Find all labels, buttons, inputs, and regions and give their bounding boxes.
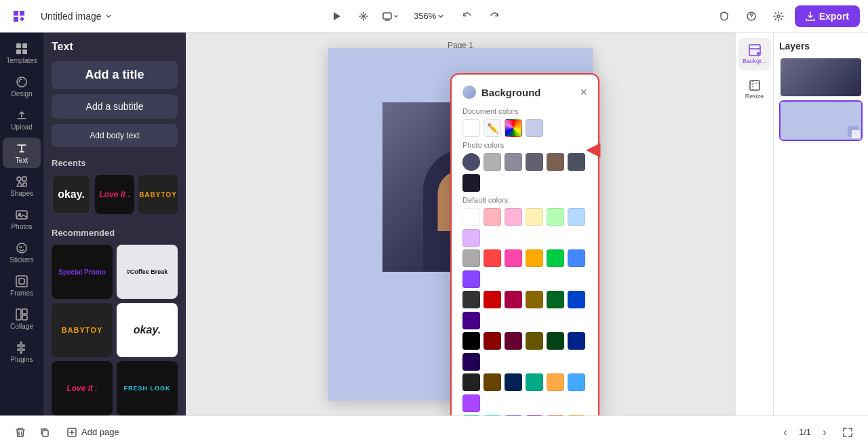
rec-item-coffee[interactable]: #Coffee Break [117,245,178,299]
dc-pink-pale[interactable] [505,208,522,226]
canvas-area[interactable]: Page 1 Background × Document colors ✏️ [186,33,735,415]
dc-dark-red[interactable] [484,291,501,308]
sidebar-item-collage[interactable]: Collage [3,304,41,334]
dc-peach[interactable] [547,373,564,391]
dc-hotpink[interactable] [505,249,522,267]
dc-pink-light[interactable] [484,208,501,226]
photo-color-3[interactable] [505,153,522,171]
dc-purple[interactable] [462,270,480,288]
undo-button[interactable] [456,5,478,27]
prev-page-button[interactable]: ‹ [776,423,795,442]
resize-panel-button[interactable]: Resize [738,73,771,106]
grad-mint[interactable] [484,415,501,415]
dc-yellow-pale[interactable] [526,208,543,226]
add-body-button[interactable]: Add body text [52,124,178,147]
copy-page-button[interactable] [35,423,54,442]
popup-close-button[interactable]: × [580,86,587,98]
dc-forest[interactable] [547,332,564,350]
dc-black[interactable] [462,332,480,350]
color-light-blue[interactable] [526,119,543,137]
add-title-button[interactable]: Add a title [52,61,178,89]
dc-blue-pale[interactable] [568,208,585,226]
export-button[interactable]: Export [795,5,860,27]
dc-purple-pale[interactable] [462,229,480,247]
dc-dark-green[interactable] [547,291,564,308]
sidebar-item-shapes[interactable]: Shapes [3,171,41,201]
grad-red-orange[interactable] [547,415,564,415]
delete-page-button[interactable] [11,423,30,442]
settings-button[interactable] [768,5,789,27]
grad-blue-purple[interactable] [505,415,522,415]
bg-color-preview [462,85,476,99]
fullscreen-button[interactable] [838,423,857,442]
dc-violet[interactable] [462,394,480,412]
zoom-control[interactable]: 356% [407,8,451,24]
dc-white[interactable] [462,208,480,226]
photo-color-7[interactable] [462,174,480,192]
dc-brown[interactable] [526,332,543,350]
dc-teal[interactable] [526,373,543,391]
rec-item-babytoy2[interactable]: BABYTOY [52,303,113,357]
photo-color-4[interactable] [526,153,543,171]
grad-pink-purple[interactable] [526,415,543,415]
dc-dark-pink[interactable] [505,291,522,308]
grad-green-teal[interactable] [462,415,480,415]
rec-item-freshlook[interactable]: FRESH LOOK [117,361,178,415]
dc-red[interactable] [484,249,501,267]
sidebar-item-design[interactable]: Design [3,71,41,102]
layer-photo[interactable] [779,57,863,98]
color-white[interactable] [462,119,480,137]
dc-dark-blue[interactable] [568,291,585,308]
add-page-button[interactable]: Add page [60,423,126,442]
sidebar-item-photos[interactable]: Photos [3,204,41,235]
sidebar-item-templates[interactable]: Templates [3,38,41,68]
photo-color-6[interactable] [568,153,585,171]
sidebar-item-text[interactable]: Text [3,138,41,168]
rainbow-gradient[interactable] [505,119,522,137]
layer-background[interactable] [779,100,863,141]
photo-color-5[interactable] [547,153,564,171]
dc-navy[interactable] [568,332,585,350]
help-button[interactable] [741,5,762,27]
dc-maroon[interactable] [505,332,522,350]
svg-point-27 [854,132,856,135]
dc-prussian[interactable] [505,373,522,391]
sidebar-item-upload[interactable]: Upload [3,104,41,135]
dc-dark-purple[interactable] [462,312,480,329]
device-button[interactable] [380,5,401,27]
eyedropper-tool[interactable]: ✏️ [484,119,501,137]
file-menu[interactable]: Untitled image [35,8,118,24]
dc-deep-red[interactable] [484,332,501,350]
photo-color-2[interactable] [484,153,501,171]
dc-charcoal[interactable] [462,373,480,391]
dc-sky[interactable] [568,373,585,391]
sidebar-item-frames[interactable]: Frames [3,270,41,301]
recent-item-babytoy[interactable]: BABYTOY [138,175,178,214]
redo-button[interactable] [484,5,505,27]
sidebar-item-plugins[interactable]: Plugins [3,337,41,367]
dc-green-pale[interactable] [547,208,564,226]
dc-gray[interactable] [462,249,480,267]
dc-indigo[interactable] [462,353,480,371]
grad-orange-yellow[interactable] [568,415,585,415]
recent-item-okay[interactable]: okay. [52,175,91,214]
background-panel-button[interactable]: Backgr... [738,38,771,70]
add-subtitle-button[interactable]: Add a subtitle [52,94,178,119]
rec-item-loveit2[interactable]: Love it . [52,361,113,415]
dc-green[interactable] [547,249,564,267]
dc-caramel[interactable] [484,373,501,391]
dc-olive[interactable] [526,291,543,308]
dc-dark[interactable] [462,291,480,308]
present-button[interactable] [326,5,347,27]
pan-button[interactable] [353,5,374,27]
next-page-button[interactable]: › [815,423,834,442]
shield-button[interactable] [713,5,735,27]
photo-color-1[interactable] [462,153,480,171]
rec-item-okay2[interactable]: okay. [117,303,178,357]
dc-blue[interactable] [568,249,585,267]
sidebar-item-stickers[interactable]: Stickers [3,237,41,268]
app-logo[interactable] [8,5,30,27]
recent-item-loveit[interactable]: Love it . [95,175,134,214]
dc-orange[interactable] [526,249,543,267]
rec-item-promo[interactable]: Special Promo [52,245,113,299]
